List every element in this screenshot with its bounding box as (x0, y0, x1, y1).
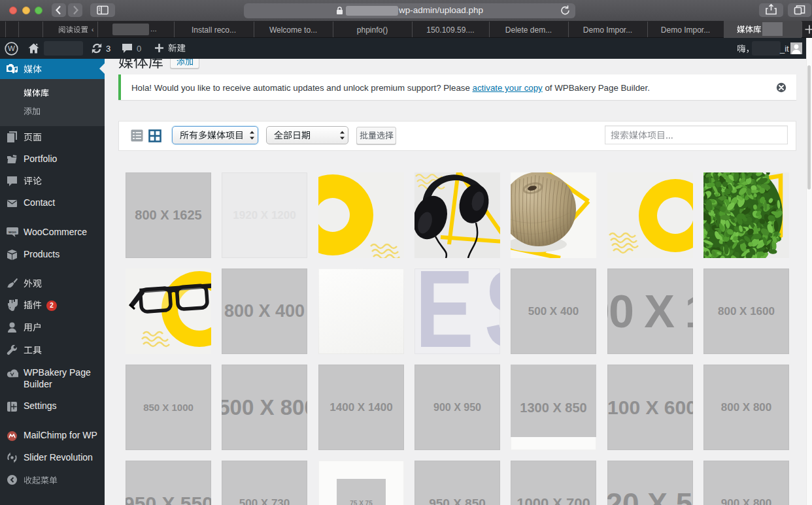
svg-text:woo: woo (8, 229, 16, 233)
svg-text:W: W (8, 44, 15, 52)
